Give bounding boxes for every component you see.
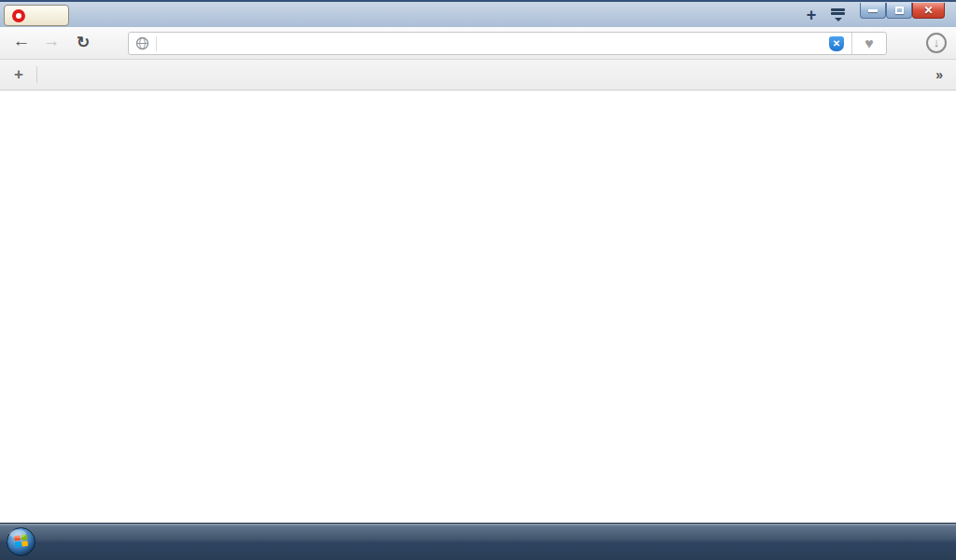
gauge-title-kitchen (539, 209, 836, 237)
bookmarks-bar: + » (0, 60, 956, 91)
system-tray (911, 524, 939, 560)
tab-menu-button[interactable] (831, 8, 850, 23)
odometer-washer (274, 147, 462, 201)
counter-title-water (539, 96, 836, 124)
maximize-icon (895, 7, 904, 14)
gauge-title-boiler1 (9, 209, 199, 237)
bookmarks-overflow-button[interactable]: » (935, 67, 943, 82)
boiler1-column (9, 96, 199, 441)
opera-logo-icon (12, 9, 25, 22)
odometer-boiler (9, 147, 199, 201)
windows-logo-icon (6, 526, 36, 557)
window-close-button[interactable]: ✕ (912, 3, 945, 19)
opera-menu-button[interactable] (4, 5, 69, 26)
forward-button[interactable]: → (39, 31, 63, 51)
browser-tab-bar: + ✕ (0, 0, 956, 27)
adblock-shield-icon[interactable]: ✕ (829, 36, 844, 51)
bookmarks-divider (36, 66, 37, 83)
linear-gauge-kitchen (542, 283, 836, 408)
bookmark-heart-button[interactable]: ♥ (851, 33, 886, 54)
window-minimize-button[interactable] (860, 3, 886, 19)
radial-gauge-boiler2 (277, 256, 462, 441)
address-divider (156, 36, 157, 51)
chevron-down-icon (835, 18, 842, 25)
water-column (539, 96, 836, 408)
gauge-title-boiler2 (274, 209, 462, 237)
heart-icon: ♥ (865, 35, 874, 52)
browser-toolbar: ← → ↻ ✕ ♥ ↓ (0, 27, 956, 60)
page-content (0, 91, 956, 523)
address-bar[interactable]: ✕ ♥ (128, 32, 887, 55)
boiler2-column (274, 96, 462, 441)
globe-icon (135, 36, 149, 50)
radial-gauge-boiler1 (14, 256, 199, 441)
reload-button[interactable]: ↻ (71, 33, 95, 52)
counter-title-boiler (9, 96, 199, 124)
tab-menu-bars-icon (831, 8, 845, 11)
counter-title-washer (274, 96, 462, 124)
windows-taskbar (0, 523, 956, 560)
add-bookmark-button[interactable]: + (14, 65, 23, 84)
downloads-button[interactable]: ↓ (926, 33, 947, 53)
minimize-icon (868, 9, 878, 12)
window-maximize-button[interactable] (886, 3, 912, 19)
new-tab-button[interactable]: + (799, 6, 823, 25)
start-button[interactable] (6, 526, 36, 557)
back-button[interactable]: ← (9, 31, 34, 51)
odometer-water (539, 147, 836, 201)
